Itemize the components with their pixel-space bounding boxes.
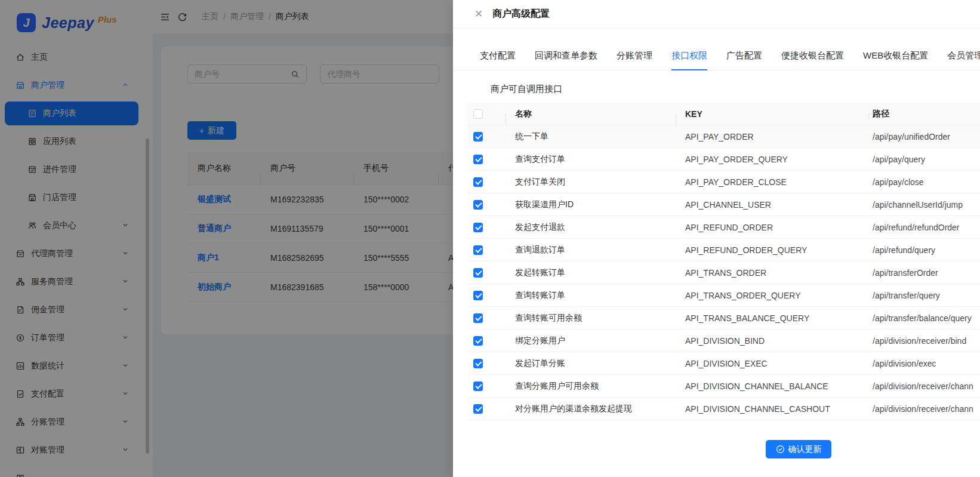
api-cell: API_DIVISION_CHANNEL_CASHOUT [676,404,868,414]
api-cell: API_REFUND_ORDER_QUERY [676,245,868,255]
api-checkbox[interactable] [473,245,483,255]
drawer-mask[interactable] [0,0,453,477]
tab-WEB收银台配置[interactable]: WEB收银台配置 [863,42,928,70]
close-icon[interactable]: ✕ [472,8,485,21]
api-cell: 获取渠道用户ID [506,199,676,210]
api-cell: /api/division/receiver/bind [868,336,980,346]
api-row: 获取渠道用户IDAPI_CHANNEL_USER/api/channelUser… [467,193,980,216]
api-checkbox[interactable] [473,336,483,346]
api-cell: 统一下单 [506,131,676,142]
api-cell: /api/channelUserId/jump [868,200,980,210]
api-row: 统一下单API_PAY_ORDER/api/pay/unifiedOrder [467,125,980,148]
tab-回调和查单参数[interactable]: 回调和查单参数 [535,42,597,70]
api-cell: API_TRANS_ORDER [676,268,868,278]
api-cell: API_REFUND_ORDER [676,223,868,232]
api-cell: /api/transferOrder [868,268,980,278]
api-column-header: KEY [676,109,868,119]
api-checkbox[interactable] [473,200,483,210]
api-cell: 绑定分账用户 [506,336,676,346]
api-checkbox[interactable] [473,155,483,164]
tab-会员管理[interactable]: 会员管理 [947,42,980,70]
api-section-title: 商户可自调用接口 [491,84,562,95]
tab-广告配置[interactable]: 广告配置 [726,42,762,70]
api-cell: /api/refund/refundOrder [868,223,980,232]
api-row: 绑定分账用户API_DIVISION_BIND/api/division/rec… [467,330,980,352]
check-circle-icon [776,445,785,454]
api-cell: /api/transfer/balance/query [868,313,980,323]
api-cell: API_PAY_ORDER_CLOSE [676,177,868,187]
api-row: 查询支付订单API_PAY_ORDER_QUERY/api/pay/query [467,148,980,171]
api-cell: /api/pay/unifiedOrder [868,132,980,141]
api-row: 发起支付退款API_REFUND_ORDER/api/refund/refund… [467,216,980,239]
api-table-header: 名称KEY路径 [467,103,980,125]
api-cell: 发起转账订单 [506,267,676,278]
api-cell: API_TRANS_BALANCE_QUERY [676,313,868,323]
api-checkbox[interactable] [473,291,483,300]
api-cell: /api/refund/query [868,245,980,255]
api-row: 发起订单分账API_DIVISION_EXEC/api/division/exe… [467,352,980,375]
api-cell: 查询转账可用余额 [506,313,676,324]
api-cell: API_TRANS_ORDER_QUERY [676,291,868,300]
api-permission-table: 名称KEY路径统一下单API_PAY_ORDER/api/pay/unified… [467,103,980,420]
api-cell: /api/division/exec [868,359,980,368]
api-row: 查询退款订单API_REFUND_ORDER_QUERY/api/refund/… [467,239,980,261]
confirm-update-button[interactable]: 确认更新 [766,440,831,458]
api-cell: 发起支付退款 [506,222,676,233]
api-checkbox[interactable] [473,268,483,278]
api-cell: /api/pay/query [868,155,980,164]
drawer-header: ✕ 商户高级配置 [453,0,980,29]
api-checkbox[interactable] [473,313,483,323]
api-row: 查询转账订单API_TRANS_ORDER_QUERY/api/transfer… [467,284,980,307]
tab-支付配置[interactable]: 支付配置 [480,42,516,70]
api-column-header: 名称 [506,109,676,119]
drawer-tabs: 支付配置回调和查单参数分账管理接口权限广告配置便捷收银台配置WEB收银台配置会员… [453,42,980,70]
api-checkbox[interactable] [473,359,483,368]
tab-便捷收银台配置[interactable]: 便捷收银台配置 [781,42,844,70]
api-cell: 支付订单关闭 [506,177,676,187]
api-cell: /api/division/receiver/chann [868,404,980,414]
merchant-config-drawer: ✕ 商户高级配置 支付配置回调和查单参数分账管理接口权限广告配置便捷收银台配置W… [453,0,980,477]
api-cell: API_PAY_ORDER [676,132,868,141]
api-checkbox[interactable] [473,404,483,414]
api-checkbox[interactable] [473,177,483,187]
api-row: 查询转账可用余额API_TRANS_BALANCE_QUERY/api/tran… [467,307,980,330]
api-row: 支付订单关闭API_PAY_ORDER_CLOSE/api/pay/close [467,171,980,193]
api-cell: /api/division/receiver/chann [868,381,980,391]
api-cell: /api/pay/close [868,177,980,187]
api-row: 查询分账用户可用余额API_DIVISION_CHANNEL_BALANCE/a… [467,375,980,398]
api-cell: API_PAY_ORDER_QUERY [676,155,868,164]
api-cell: 查询退款订单 [506,245,676,256]
api-cell: 查询支付订单 [506,154,676,165]
api-row: 对分账用户的渠道余额发起提现API_DIVISION_CHANNEL_CASHO… [467,398,980,420]
api-cell: API_DIVISION_CHANNEL_BALANCE [676,381,868,391]
api-cell: 查询转账订单 [506,290,676,301]
api-checkbox[interactable] [473,132,483,141]
tab-分账管理[interactable]: 分账管理 [617,42,652,70]
api-column-header: 路径 [868,109,980,119]
api-cell: 对分账用户的渠道余额发起提现 [506,404,676,414]
api-cell: API_DIVISION_EXEC [676,359,868,368]
select-all-checkbox[interactable] [473,109,483,119]
drawer-title: 商户高级配置 [492,8,550,20]
api-row: 发起转账订单API_TRANS_ORDER/api/transferOrder [467,261,980,284]
api-cell: 查询分账用户可用余额 [506,381,676,392]
api-checkbox[interactable] [473,223,483,232]
tab-接口权限[interactable]: 接口权限 [671,42,707,70]
api-cell: API_CHANNEL_USER [676,200,868,210]
api-cell: /api/transfer/query [868,291,980,300]
api-cell: API_DIVISION_BIND [676,336,868,346]
api-checkbox[interactable] [473,381,483,391]
api-cell: 发起订单分账 [506,358,676,369]
